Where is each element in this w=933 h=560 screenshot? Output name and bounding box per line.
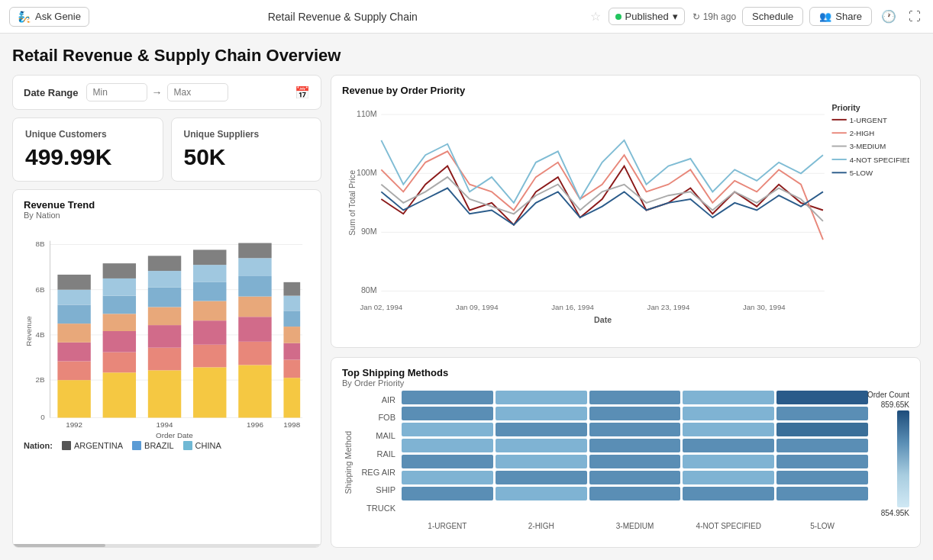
page-title: Retail Revenue & Supply Chain Overview (12, 46, 921, 66)
share-button[interactable]: 👥 Share (809, 7, 872, 26)
heatmap-row-3 (402, 439, 868, 452)
svg-rect-42 (238, 365, 271, 417)
svg-text:Order Date: Order Date (156, 431, 193, 438)
genie-icon: 🧞 (18, 11, 31, 23)
ask-genie-button[interactable]: 🧞 Ask Genie (9, 7, 89, 27)
svg-rect-32 (148, 271, 181, 288)
heatmap-cell-4-1 (496, 455, 587, 468)
heatmap-row-1 (402, 407, 868, 420)
colorbar-min: 854.95K (881, 509, 909, 517)
unique-suppliers-value: 50K (184, 144, 309, 170)
heatmap-cell-5-3 (683, 471, 774, 484)
svg-text:80M: 80M (361, 285, 377, 294)
heatmap-y-air: AIR (357, 395, 395, 404)
scrollbar[interactable] (13, 544, 321, 547)
bar-chart-svg: 8B 6B 4B 2B 0 Revenu (24, 224, 310, 438)
metrics-row: Unique Customers 499.99K Unique Supplier… (12, 117, 321, 182)
published-label: Published (625, 11, 669, 22)
heatmap-row-0 (402, 391, 868, 404)
svg-rect-45 (238, 297, 271, 317)
shipping-methods-title: Top Shipping Methods (342, 367, 909, 378)
svg-rect-15 (57, 323, 90, 343)
heatmap-cell-1-4 (776, 407, 868, 420)
svg-text:Jan 09, 1994: Jan 09, 1994 (456, 303, 499, 311)
unique-suppliers-card: Unique Suppliers 50K (171, 117, 322, 182)
left-column: Date Range → 📅 Unique Customers 499.99K … (12, 75, 321, 548)
shipping-method-axis-label: Shipping Method (344, 431, 353, 494)
heatmap-cell-3-0 (402, 439, 493, 452)
svg-rect-37 (193, 320, 226, 345)
fullscreen-icon[interactable]: ⛶ (906, 8, 924, 25)
chevron-down-icon: ▾ (673, 11, 678, 22)
svg-rect-46 (238, 276, 271, 297)
dashboard-title: Retail Revenue & Supply Chain (97, 11, 589, 23)
svg-rect-30 (148, 307, 181, 325)
svg-rect-23 (103, 314, 136, 331)
heatmap-cell-0-3 (683, 391, 774, 404)
heatmap-cell-4-3 (683, 455, 774, 468)
favorite-icon[interactable]: ☆ (590, 9, 601, 24)
heatmap-cell-3-1 (496, 439, 587, 452)
date-max-input[interactable] (167, 83, 228, 101)
heatmap-cell-6-3 (683, 487, 774, 500)
date-range-filter: Date Range → 📅 (12, 75, 321, 110)
svg-rect-41 (193, 249, 226, 265)
heatmap-cell-5-2 (589, 471, 681, 484)
heatmap-row-2 (402, 423, 868, 436)
date-range-label: Date Range (24, 87, 79, 98)
schedule-button[interactable]: Schedule (742, 7, 803, 26)
heatmap-cell-0-0 (402, 391, 493, 404)
calendar-icon[interactable]: 📅 (295, 85, 310, 100)
svg-rect-52 (283, 343, 300, 360)
dashboard-grid: Date Range → 📅 Unique Customers 499.99K … (12, 75, 921, 548)
heatmap-cell-6-2 (589, 487, 681, 500)
nation-legend: Nation: ARGENTINA BRAZIL CHINA (24, 441, 310, 450)
heatmap-cell-3-4 (776, 439, 868, 452)
heatmap-y-truck: TRUCK (357, 504, 395, 513)
published-badge[interactable]: Published ▾ (609, 8, 685, 25)
svg-text:2-HIGH: 2-HIGH (850, 129, 875, 137)
svg-text:Jan 23, 1994: Jan 23, 1994 (647, 303, 690, 311)
svg-text:5-LOW: 5-LOW (850, 169, 873, 177)
date-arrow-icon: → (152, 86, 163, 98)
top-navigation: 🧞 Ask Genie Retail Revenue & Supply Chai… (0, 0, 933, 34)
heatmap-cell-2-0 (402, 423, 493, 436)
svg-rect-22 (103, 331, 136, 352)
heatmap-cell-6-0 (402, 487, 493, 500)
svg-rect-44 (238, 317, 271, 342)
svg-rect-51 (283, 360, 300, 378)
svg-rect-35 (193, 367, 226, 417)
svg-text:Date: Date (594, 315, 612, 324)
svg-text:2B: 2B (36, 375, 45, 384)
colorbar-title: Order Count (867, 391, 909, 399)
svg-rect-43 (238, 342, 271, 365)
heatmap-cell-5-4 (776, 471, 868, 484)
date-inputs: → (86, 83, 287, 101)
svg-rect-47 (238, 258, 271, 276)
date-min-input[interactable] (86, 83, 147, 101)
heatmap-x-4notspec: 4-NOT SPECIFIED (683, 522, 774, 530)
bar-chart-area: 8B 6B 4B 2B 0 Revenu (24, 224, 310, 438)
heatmap-cell-1-3 (683, 407, 774, 420)
svg-rect-20 (103, 372, 136, 417)
revenue-priority-chart: Revenue by Order Priority 110M 100M 90M … (331, 75, 921, 348)
heatmap-cell-5-1 (496, 471, 587, 484)
heatmap-cell-5-0 (402, 471, 493, 484)
revenue-trend-subtitle: By Nation (24, 211, 310, 220)
heatmap-cell-0-4 (776, 391, 868, 404)
history-icon[interactable]: 🕐 (878, 8, 899, 25)
heatmap-cell-6-1 (496, 487, 587, 500)
heatmap-row-6 (402, 487, 868, 500)
svg-rect-21 (103, 352, 136, 373)
heatmap-y-rail: RAIL (357, 449, 395, 459)
heatmap-row-4 (402, 455, 868, 468)
svg-rect-12 (57, 380, 90, 417)
right-column: Revenue by Order Priority 110M 100M 90M … (331, 75, 921, 548)
svg-rect-39 (193, 282, 226, 301)
heatmap-cell-0-2 (589, 391, 681, 404)
last-updated-time: ↻ 19h ago (692, 11, 736, 22)
svg-text:3-MEDIUM: 3-MEDIUM (850, 142, 886, 150)
main-content: Retail Revenue & Supply Chain Overview D… (0, 34, 933, 560)
svg-rect-36 (193, 345, 226, 368)
nav-right-actions: ↻ 19h ago Schedule 👥 Share 🕐 ⛶ (692, 7, 924, 26)
